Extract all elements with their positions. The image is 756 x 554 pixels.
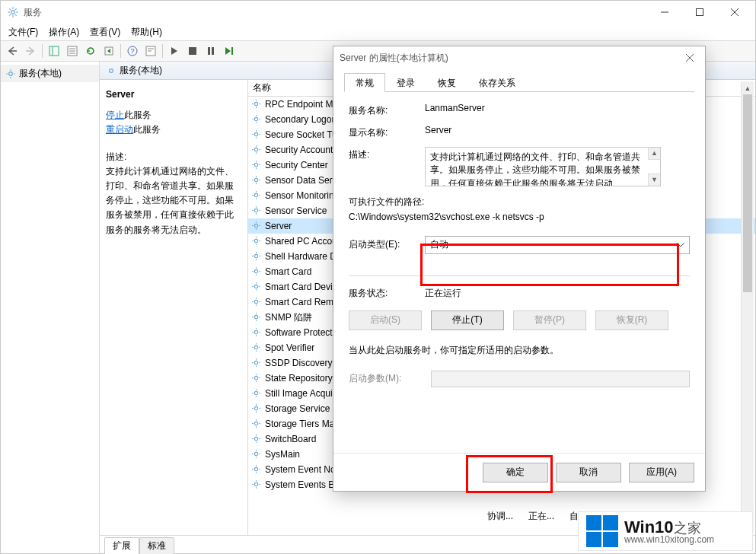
svg-point-31 bbox=[9, 72, 13, 75]
gear-icon bbox=[251, 114, 262, 125]
gear-icon bbox=[251, 160, 262, 170]
chevron-down-icon bbox=[677, 243, 684, 247]
gear-icon bbox=[251, 449, 262, 460]
properties-dialog: Server 的属性(本地计算机) 常规 登录 恢复 依存关系 服务名称: La… bbox=[333, 46, 706, 492]
show-hide-button[interactable] bbox=[46, 43, 62, 59]
close-button[interactable] bbox=[717, 1, 752, 24]
service-name: SSDP Discovery bbox=[265, 358, 332, 368]
detail-panel: Server 停止此服务 重启动此服务 描述: 支持此计算机通过网络的文件、打印… bbox=[100, 80, 248, 535]
svg-point-122 bbox=[254, 361, 257, 364]
props2-button[interactable] bbox=[142, 43, 159, 59]
menu-file[interactable]: 文件(F) bbox=[4, 24, 43, 40]
gear-icon bbox=[251, 342, 262, 353]
window-title: 服务 bbox=[24, 6, 647, 19]
svg-point-57 bbox=[254, 163, 257, 166]
svg-point-112 bbox=[254, 330, 257, 333]
gear-icon bbox=[251, 205, 262, 216]
service-name: SysMain bbox=[265, 449, 300, 460]
help-button[interactable]: ? bbox=[124, 43, 141, 59]
restart-service-button[interactable] bbox=[221, 43, 238, 59]
start-params-input bbox=[431, 371, 690, 387]
svg-point-107 bbox=[254, 315, 257, 318]
tree-item-services-local[interactable]: 服务(本地) bbox=[1, 65, 99, 82]
gear-icon bbox=[251, 266, 262, 277]
properties-button[interactable] bbox=[64, 43, 81, 59]
description-text: 支持此计算机通过网络的文件、打印、和命名管道共享。如果服务停止，这些功能不可用。… bbox=[430, 151, 640, 186]
svg-point-36 bbox=[110, 68, 113, 72]
svg-line-6 bbox=[15, 14, 17, 16]
svg-rect-10 bbox=[697, 9, 703, 16]
svg-point-127 bbox=[254, 376, 257, 379]
svg-point-97 bbox=[254, 285, 257, 288]
gear-icon bbox=[251, 388, 262, 399]
gear-icon bbox=[251, 282, 262, 292]
startup-type-select[interactable]: 自动 bbox=[425, 236, 690, 254]
stop-button[interactable]: 停止(T) bbox=[431, 310, 504, 330]
service-name: Sensor Service bbox=[265, 205, 327, 216]
value-service-state: 正在运行 bbox=[425, 287, 461, 300]
scroll-up-icon[interactable]: ▲ bbox=[742, 81, 754, 94]
gear-icon bbox=[251, 99, 262, 110]
svg-rect-29 bbox=[212, 47, 214, 55]
start-service-button[interactable] bbox=[166, 43, 183, 59]
value-exe-path: C:\Windows\system32\svchost.exe -k netsv… bbox=[349, 209, 690, 224]
nav-forward-button[interactable] bbox=[22, 43, 39, 59]
minimize-button[interactable] bbox=[647, 1, 682, 24]
tab-extended[interactable]: 扩展 bbox=[104, 537, 139, 554]
export-button[interactable] bbox=[100, 43, 117, 59]
dialog-tabs: 常规 登录 恢复 依存关系 bbox=[344, 72, 694, 92]
svg-point-92 bbox=[254, 269, 257, 272]
ok-button[interactable]: 确定 bbox=[483, 463, 548, 482]
stop-service-button[interactable] bbox=[184, 43, 201, 59]
refresh-button[interactable] bbox=[82, 43, 99, 59]
tab-logon[interactable]: 登录 bbox=[385, 73, 426, 92]
tab-recovery[interactable]: 恢复 bbox=[426, 73, 467, 92]
desc-scroll-down-icon[interactable]: ▼ bbox=[648, 174, 660, 186]
svg-point-152 bbox=[254, 452, 257, 455]
label-description: 描述: bbox=[349, 147, 425, 161]
svg-text:?: ? bbox=[130, 47, 134, 55]
pause-service-button[interactable] bbox=[203, 43, 219, 59]
menu-action[interactable]: 操作(A) bbox=[44, 24, 84, 40]
svg-point-82 bbox=[254, 239, 257, 242]
list-scrollbar[interactable]: ▲ ▼ bbox=[741, 81, 754, 532]
value-display-name: Server bbox=[425, 125, 690, 135]
dialog-close-button[interactable] bbox=[675, 46, 705, 69]
svg-point-72 bbox=[254, 209, 257, 212]
status-snippet: 协调... 正在... 自... bbox=[487, 510, 586, 523]
service-name: Server bbox=[265, 221, 292, 231]
description-box[interactable]: 支持此计算机通过网络的文件、打印、和命名管道共享。如果服务停止，这些功能不可用。… bbox=[425, 147, 661, 186]
scroll-thumb[interactable] bbox=[743, 94, 752, 292]
services-icon bbox=[7, 6, 19, 18]
tab-standard[interactable]: 标准 bbox=[139, 537, 174, 554]
label-service-state: 服务状态: bbox=[349, 287, 425, 300]
maximize-button[interactable] bbox=[682, 1, 717, 24]
detail-desc-text: 支持此计算机通过网络的文件、打印、和命名管道共享。如果服务停止，这些功能不可用。… bbox=[106, 164, 241, 237]
svg-rect-27 bbox=[189, 47, 196, 55]
titlebar: 服务 bbox=[1, 1, 755, 24]
separator bbox=[349, 275, 690, 276]
svg-point-147 bbox=[254, 437, 257, 440]
gear-icon bbox=[251, 358, 262, 368]
link-stop-service[interactable]: 停止 bbox=[106, 108, 124, 123]
svg-point-47 bbox=[254, 132, 257, 135]
menubar: 文件(F) 操作(A) 查看(V) 帮助(H) bbox=[1, 24, 755, 40]
apply-button[interactable]: 应用(A) bbox=[629, 463, 694, 482]
menu-view[interactable]: 查看(V) bbox=[85, 24, 125, 40]
gear-icon bbox=[251, 297, 262, 307]
svg-point-0 bbox=[11, 11, 15, 14]
svg-point-132 bbox=[254, 391, 257, 394]
cancel-button[interactable]: 取消 bbox=[556, 463, 621, 482]
desc-scroll-up-icon[interactable]: ▲ bbox=[648, 148, 660, 160]
service-name: Spot Verifier bbox=[265, 342, 314, 353]
gear-icon bbox=[251, 373, 262, 384]
tab-dependencies[interactable]: 依存关系 bbox=[467, 73, 527, 92]
watermark: Win10之家 www.win10xitong.com bbox=[578, 511, 753, 551]
link-restart-service[interactable]: 重启动 bbox=[106, 123, 133, 137]
service-name: SwitchBoard bbox=[265, 434, 316, 444]
tab-general[interactable]: 常规 bbox=[344, 73, 385, 92]
nav-back-button[interactable] bbox=[4, 43, 21, 59]
start-button: 启动(S) bbox=[349, 310, 422, 330]
svg-point-77 bbox=[254, 224, 257, 227]
menu-help[interactable]: 帮助(H) bbox=[126, 24, 167, 40]
